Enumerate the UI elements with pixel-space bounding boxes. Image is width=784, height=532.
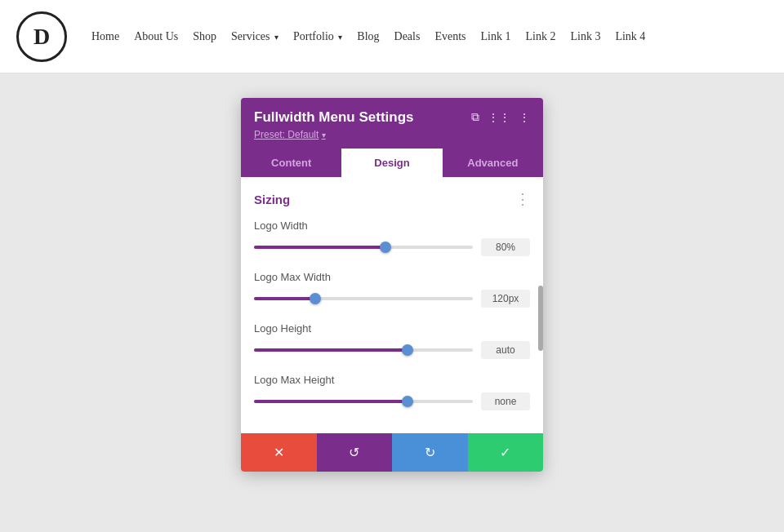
logo-height-fill	[254, 348, 408, 352]
logo-height-row	[254, 341, 530, 359]
logo-max-width-label: Logo Max Width	[254, 271, 530, 283]
nav-events[interactable]: Events	[434, 30, 466, 43]
main-area: 1 2 Fullwidth Menu Settings ⧉ ⋮⋮ ⋮ Prese…	[0, 73, 784, 532]
logo-max-width-fill	[254, 297, 315, 300]
redo-button[interactable]: ↻	[392, 433, 468, 472]
logo-max-height-group: Logo Max Height	[254, 374, 530, 410]
nav-link2[interactable]: Link 2	[525, 30, 555, 43]
section-menu-icon[interactable]: ⋮	[515, 190, 530, 208]
close-button[interactable]: ✕	[241, 433, 317, 472]
nav-home[interactable]: Home	[91, 30, 119, 43]
site-logo: D	[16, 11, 67, 62]
section-header: Sizing ⋮	[254, 190, 530, 208]
logo-width-thumb[interactable]	[380, 242, 391, 253]
nav-links: Home About Us Shop Services ▾ Portfolio …	[91, 30, 645, 43]
logo-height-group: Logo Height	[254, 322, 530, 359]
logo-max-height-value[interactable]	[481, 392, 530, 410]
nav-link1[interactable]: Link 1	[481, 30, 511, 43]
logo-max-width-track[interactable]	[254, 297, 473, 300]
logo-height-value[interactable]	[481, 341, 530, 359]
logo-max-height-thumb[interactable]	[402, 396, 413, 407]
tab-content[interactable]: Content	[241, 149, 341, 177]
undo-button[interactable]: ↺	[317, 433, 393, 472]
section-title: Sizing	[254, 193, 290, 206]
nav-services[interactable]: Services ▾	[231, 30, 278, 43]
settings-panel: Fullwidth Menu Settings ⧉ ⋮⋮ ⋮ Preset: D…	[241, 98, 543, 472]
nav-blog[interactable]: Blog	[357, 30, 379, 43]
nav-deals[interactable]: Deals	[394, 30, 421, 43]
panel-preset[interactable]: Preset: Default ▾	[254, 129, 530, 140]
logo-width-label: Logo Width	[254, 219, 530, 232]
logo-height-track[interactable]	[254, 348, 473, 352]
logo-width-track[interactable]	[254, 246, 473, 249]
nav-link4[interactable]: Link 4	[615, 30, 645, 43]
logo-letter: D	[33, 24, 50, 50]
logo-height-thumb[interactable]	[402, 344, 413, 356]
logo-width-value[interactable]	[481, 238, 530, 256]
logo-max-width-row	[254, 290, 530, 308]
preset-arrow-icon: ▾	[322, 131, 326, 140]
scrollbar[interactable]	[538, 286, 543, 351]
logo-max-width-thumb[interactable]	[310, 293, 321, 304]
nav-shop[interactable]: Shop	[193, 30, 216, 43]
columns-icon[interactable]: ⋮⋮	[488, 111, 510, 125]
logo-height-label: Logo Height	[254, 322, 530, 335]
tab-advanced[interactable]: Advanced	[443, 149, 543, 177]
logo-max-width-value[interactable]	[481, 290, 530, 308]
tab-design[interactable]: Design	[341, 149, 442, 177]
logo-max-height-fill	[254, 400, 408, 403]
panel-actions: ✕ ↺ ↻ ✓	[241, 433, 543, 472]
confirm-button[interactable]: ✓	[468, 433, 544, 472]
panel-tabs: Content Design Advanced	[241, 149, 543, 177]
logo-max-height-label: Logo Max Height	[254, 374, 530, 386]
nav-portfolio[interactable]: Portfolio ▾	[293, 30, 342, 43]
panel-icons: ⧉ ⋮⋮ ⋮	[471, 111, 530, 125]
panel-body: Sizing ⋮ Logo Width Logo	[241, 177, 543, 433]
nav-link3[interactable]: Link 3	[570, 30, 600, 43]
expand-icon[interactable]: ⧉	[471, 111, 479, 124]
logo-max-height-row	[254, 392, 530, 410]
logo-width-fill	[254, 246, 385, 249]
panel-title: Fullwidth Menu Settings	[254, 109, 413, 126]
logo-max-height-track[interactable]	[254, 400, 473, 403]
navbar: D Home About Us Shop Services ▾ Portfoli…	[0, 0, 784, 73]
panel-header: Fullwidth Menu Settings ⧉ ⋮⋮ ⋮ Preset: D…	[241, 98, 543, 149]
logo-width-group: Logo Width	[254, 219, 530, 256]
more-icon[interactable]: ⋮	[519, 111, 530, 125]
logo-width-row	[254, 238, 530, 256]
nav-about[interactable]: About Us	[134, 30, 178, 43]
logo-max-width-group: Logo Max Width	[254, 271, 530, 308]
